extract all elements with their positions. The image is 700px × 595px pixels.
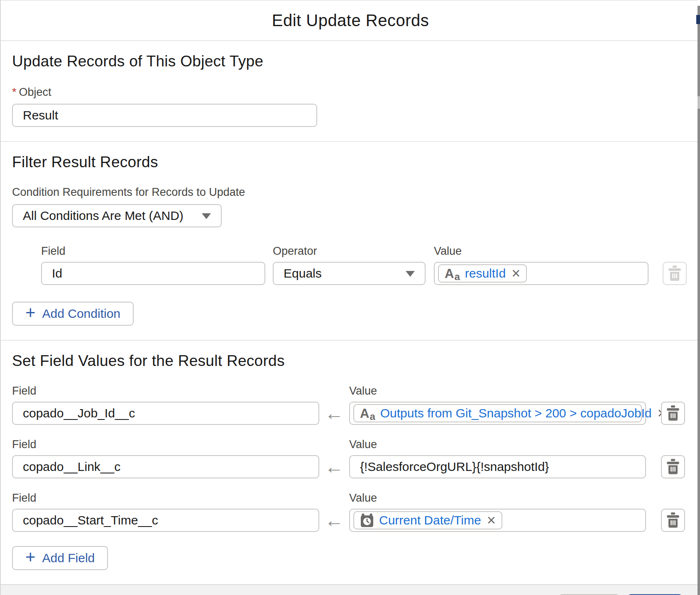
- strip-mark: [696, 15, 700, 24]
- delete-field-button[interactable]: [661, 455, 685, 478]
- strip-gap: [698, 96, 700, 109]
- field-value-row: Field copado__Link__c ← Value {!Salesfor…: [12, 438, 688, 478]
- field-input-value: copado__Job_Id__c: [23, 406, 135, 420]
- field-input-value: copado__Start_Time__c: [23, 513, 158, 527]
- field-column: Field copado__Job_Id__c: [12, 385, 319, 425]
- field-label: Field: [12, 438, 319, 451]
- delete-field-button[interactable]: [661, 509, 685, 532]
- value-input-text: {!SalesforceOrgURL}{!snapshotId}: [360, 460, 549, 474]
- condition-value-column: Value Aa resultId ×: [434, 245, 649, 285]
- plus-icon: +: [25, 304, 36, 322]
- field-column: Field copado__Link__c: [12, 438, 319, 478]
- field-label: Field: [12, 492, 319, 505]
- object-input-value: Result: [23, 108, 58, 122]
- field-value-row: Field copado__Start_Time__c ← Value: [12, 492, 688, 532]
- dialog-footer: Cancel Done: [1, 584, 700, 595]
- value-input-job-id[interactable]: Aa Outputs from Git_Snapshot > 200 > cop…: [349, 402, 646, 425]
- resource-pill: Aa Outputs from Git_Snapshot > 200 > cop…: [353, 404, 642, 422]
- condition-field-input[interactable]: Id: [41, 262, 265, 285]
- chevron-down-icon: [406, 271, 415, 277]
- value-input-start-time[interactable]: Current Date/Time ×: [349, 509, 646, 532]
- field-input-start-time[interactable]: copado__Start_Time__c: [12, 509, 319, 532]
- edit-update-records-dialog: Edit Update Records Update Records of Th…: [0, 0, 700, 595]
- trash-icon: [666, 512, 680, 528]
- add-field-button[interactable]: + Add Field: [12, 546, 108, 570]
- background-scrollbar-strip: [698, 0, 700, 595]
- trash-icon: [666, 459, 680, 475]
- condition-row: Field Id Operator Equals Value: [41, 245, 688, 285]
- value-label: Value: [349, 385, 646, 397]
- add-field-label: Add Field: [42, 551, 95, 565]
- condition-operator-column: Operator Equals: [273, 245, 426, 285]
- section-heading-object: Update Records of This Object Type: [12, 53, 688, 70]
- section-filter-records: Filter Result Records Condition Requirem…: [1, 142, 700, 341]
- field-input-link[interactable]: copado__Link__c: [12, 455, 319, 478]
- arrow-left-icon: ←: [319, 402, 349, 425]
- section-object-type: Update Records of This Object Type *Obje…: [1, 41, 700, 142]
- value-column: Value {!SalesforceOrgURL}{!snapshotId}: [349, 438, 646, 478]
- add-condition-button[interactable]: + Add Condition: [12, 302, 134, 326]
- condition-operator-value: Equals: [284, 266, 322, 280]
- pill-label: Current Date/Time: [379, 513, 481, 527]
- value-label: Value: [349, 438, 646, 451]
- condition-field-column: Field Id: [41, 245, 265, 285]
- trash-icon: [666, 405, 680, 421]
- strip-gap: [698, 0, 700, 6]
- arrow-left-icon: ←: [319, 455, 349, 478]
- section-set-field-values: Set Field Values for the Result Records …: [1, 341, 700, 584]
- resource-pill: Aa resultId ×: [438, 264, 527, 283]
- condition-requirements-text: All Conditions Are Met (AND): [23, 209, 184, 223]
- plus-icon: +: [25, 549, 36, 566]
- object-label-row: *Object: [12, 86, 688, 99]
- delete-field-button[interactable]: [661, 402, 685, 425]
- dialog-header: Edit Update Records: [1, 0, 700, 41]
- condition-operator-label: Operator: [273, 245, 426, 258]
- condition-operator-box: Equals: [273, 262, 426, 285]
- close-icon[interactable]: ×: [512, 266, 520, 281]
- add-condition-label: Add Condition: [42, 307, 120, 321]
- pill-label: Outputs from Git_Snapshot > 200 > copado…: [380, 406, 652, 420]
- field-value-row: Field copado__Job_Id__c ← Value Aa Outpu…: [12, 385, 688, 425]
- field-input-value: copado__Link__c: [23, 460, 120, 474]
- section-heading-set-values: Set Field Values for the Result Records: [12, 352, 688, 370]
- text-type-icon: Aa: [445, 267, 460, 280]
- condition-value-input[interactable]: Aa resultId ×: [434, 262, 649, 285]
- object-label: Object: [19, 86, 51, 98]
- required-asterisk: *: [12, 86, 17, 98]
- condition-requirements-select[interactable]: All Conditions Are Met (AND): [12, 204, 222, 227]
- condition-requirements-label: Condition Requirements for Records to Up…: [12, 186, 688, 199]
- condition-requirements-value: All Conditions Are Met (AND): [12, 204, 222, 227]
- text-type-icon: Aa: [360, 407, 375, 420]
- datetime-pill: Current Date/Time ×: [353, 511, 502, 529]
- field-input-job-id[interactable]: copado__Job_Id__c: [12, 402, 319, 425]
- value-column: Value: [349, 492, 646, 532]
- value-label: Value: [349, 492, 646, 505]
- dialog-title: Edit Update Records: [272, 11, 429, 30]
- dialog-body: Update Records of This Object Type *Obje…: [1, 41, 700, 584]
- datetime-icon: [360, 513, 374, 527]
- trash-icon: [668, 266, 682, 281]
- value-column: Value Aa Outputs from Git_Snapshot > 200…: [349, 385, 646, 425]
- delete-condition-button: [663, 262, 687, 285]
- section-heading-filter: Filter Result Records: [12, 154, 688, 171]
- condition-field-label: Field: [41, 245, 265, 258]
- condition-value-label: Value: [434, 245, 649, 258]
- close-icon[interactable]: ×: [487, 513, 496, 528]
- object-input[interactable]: Result: [12, 104, 317, 127]
- field-label: Field: [12, 385, 319, 397]
- condition-operator-select[interactable]: Equals: [273, 262, 426, 285]
- pill-label: resultId: [465, 266, 506, 280]
- value-input-link[interactable]: {!SalesforceOrgURL}{!snapshotId}: [349, 455, 646, 478]
- condition-field-value: Id: [52, 266, 62, 280]
- arrow-left-icon: ←: [319, 509, 349, 532]
- field-column: Field copado__Start_Time__c: [12, 492, 319, 532]
- chevron-down-icon: [202, 213, 211, 219]
